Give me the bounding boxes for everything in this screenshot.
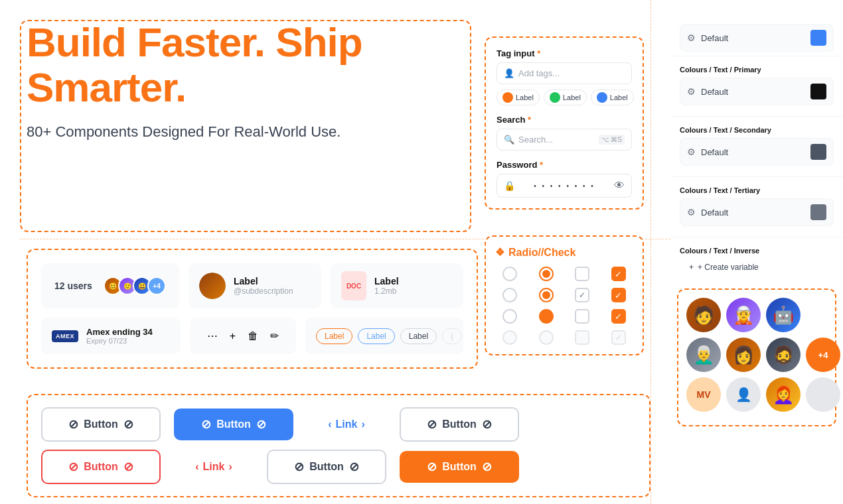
diamond-icon: ❖	[495, 246, 504, 259]
tag-pill-3[interactable]: Label	[400, 328, 437, 344]
search-box[interactable]: 🔍 Search... ⌥ ⌘S	[497, 129, 632, 151]
divider-4	[670, 237, 843, 237]
btn-icon-1r: ⊘	[123, 417, 133, 432]
card-expiry: Expiry 07/23	[86, 337, 153, 345]
divider-3	[670, 176, 843, 177]
create-variable-button[interactable]: + + Create variable	[680, 259, 834, 276]
hero-section: Build Faster. Ship Smarter. 80+ Componen…	[27, 20, 438, 143]
chip-avatar-3	[597, 92, 607, 103]
user-icon: 👤	[504, 68, 514, 78]
tag-pill-1[interactable]: Label	[316, 328, 352, 344]
colours-tertiary-label: Colours / Text / Tertiary	[680, 186, 834, 194]
btn-icon-6r: ⊘	[482, 460, 492, 474]
default-label-primary: Default	[701, 87, 728, 97]
solid-orange-button[interactable]: ⊘ Button ⊘	[400, 451, 519, 483]
btn-icon-6: ⊘	[427, 460, 437, 474]
card-item: AMEX Amex ending 34 Expiry 07/23	[41, 318, 181, 354]
search-placeholder: Search...	[518, 135, 553, 145]
password-box[interactable]: 🔒 • • • • • • • • 👁	[497, 174, 632, 198]
eye-icon[interactable]: 👁	[614, 180, 625, 192]
avatar-grid-row3: MV 👤 👩‍🦰	[686, 377, 827, 412]
tag-pill-overflow: (	[442, 328, 462, 344]
tag-input-label: Tag input *	[497, 48, 632, 58]
action-bar: ⋯ + 🗑 ✏	[190, 318, 296, 354]
chip-label-3: Label	[610, 94, 628, 101]
btn-icon-3: ⊘	[427, 417, 437, 432]
check-checked-1[interactable]: ✓	[604, 267, 634, 281]
radio-disabled-2	[532, 330, 562, 345]
outline-button-1[interactable]: ⊘ Button ⊘	[41, 407, 161, 442]
colour-item-secondary[interactable]: ⚙ Default	[680, 138, 834, 166]
avatar-spacer	[806, 298, 840, 332]
add-icon[interactable]: +	[230, 330, 236, 342]
hero-title-line2: Smarter.	[27, 64, 186, 110]
outline-button-2[interactable]: ⊘ Button ⊘	[400, 407, 519, 442]
radio-selected-1[interactable]	[532, 267, 562, 281]
solid-blue-button[interactable]: ⊘ Button ⊘	[174, 409, 293, 440]
check-empty-1[interactable]	[568, 267, 597, 281]
search-icon: 🔍	[504, 135, 514, 145]
hero-title-line1: Build Faster. Ship	[27, 19, 362, 65]
radio-selected-2[interactable]	[532, 288, 562, 302]
gear-icon-primary: ⚙	[687, 86, 696, 97]
colours-tertiary-group: Colours / Text / Tertiary ⚙ Default	[670, 180, 843, 233]
swatch-primary	[810, 84, 826, 99]
tag-pill-2[interactable]: Label	[358, 328, 394, 344]
radio-empty-2[interactable]	[495, 288, 525, 302]
avatar-partial	[806, 377, 840, 412]
form-section: Tag input * 👤 Add tags... Label Label La…	[485, 36, 644, 210]
components-section: 12 users 😊 🙂 😃 +4	[27, 249, 478, 369]
radio-grid: ✓ ✓ ✓ ✓ ✓	[495, 267, 633, 345]
file1-name: Label	[234, 276, 293, 286]
search-label: Search *	[497, 115, 632, 125]
user-avatars: 😊 🙂 😃 +4	[104, 277, 166, 295]
outline-button-3[interactable]: ⊘ Button ⊘	[267, 450, 386, 484]
file-avatar-1	[199, 273, 226, 299]
check-checked-3[interactable]: ✓	[604, 309, 634, 324]
colours-panel: ⚙ Default Colours / Text / Primary ⚙ Def…	[670, 20, 843, 286]
swatch-blue-top	[810, 30, 826, 46]
gear-icon-top: ⚙	[687, 32, 696, 43]
tag-chip-1[interactable]: Label	[497, 90, 540, 105]
edit-icon[interactable]: ✏	[270, 330, 279, 342]
divider-2	[670, 116, 843, 117]
delete-icon[interactable]: 🗑	[248, 330, 258, 342]
chevron-left-icon-1: ‹	[328, 418, 331, 430]
grid-line-vertical	[651, 0, 651, 504]
check-checked-2[interactable]: ✓	[604, 288, 634, 302]
password-dots: • • • • • • • •	[534, 182, 595, 190]
chevron-right-icon-2: ›	[228, 461, 232, 473]
amex-logo: AMEX	[52, 330, 78, 342]
link-button-1[interactable]: ‹ Link ›	[307, 418, 386, 430]
users-count: 12 users	[54, 281, 92, 291]
hero-subtitle: 80+ Components Designed For Real-World U…	[27, 122, 438, 143]
buttons-section: ⊘ Button ⊘ ⊘ Button ⊘ ‹ Link › ⊘ Button …	[27, 394, 651, 497]
check-empty-2[interactable]	[568, 309, 597, 324]
radio-filled-1[interactable]	[532, 309, 562, 324]
avatar-plus-count: +4	[806, 338, 840, 372]
dots-icon[interactable]: ⋯	[207, 330, 218, 342]
radio-empty-3[interactable]	[495, 309, 525, 324]
chip-label-1: Label	[516, 94, 534, 101]
radio-empty-1[interactable]	[495, 267, 525, 281]
outline-red-button[interactable]: ⊘ Button ⊘	[41, 450, 161, 484]
btn-icon-5: ⊘	[294, 460, 304, 474]
link-button-2[interactable]: ‹ Link ›	[174, 461, 254, 473]
colour-item-primary[interactable]: ⚙ Default	[680, 78, 834, 105]
avatar-item-3: 🤖	[766, 298, 801, 332]
default-label-tertiary: Default	[701, 208, 728, 218]
colour-item-tertiary[interactable]: ⚙ Default	[680, 198, 834, 226]
avatar-grid-row1: 🧑 🧝 🤖	[686, 298, 827, 332]
file2-meta: 1.2mb	[374, 286, 399, 296]
colours-secondary-group: Colours / Text / Secondary ⚙ Default	[670, 119, 843, 172]
avatar-item-4: 👨‍🦳	[686, 338, 721, 372]
avatar-item-6: 🧔	[766, 338, 801, 372]
check-disabled-1	[568, 330, 597, 345]
tag-chip-3[interactable]: Label	[591, 90, 634, 105]
tag-chip-2[interactable]: Label	[544, 90, 587, 105]
check-only-1[interactable]: ✓	[568, 288, 597, 302]
colour-item-default-top[interactable]: ⚙ Default	[680, 24, 834, 52]
components-row-2: AMEX Amex ending 34 Expiry 07/23 ⋯ + 🗑 ✏…	[41, 318, 463, 354]
swatch-secondary	[810, 144, 826, 160]
tag-input-box[interactable]: 👤 Add tags...	[497, 62, 632, 84]
